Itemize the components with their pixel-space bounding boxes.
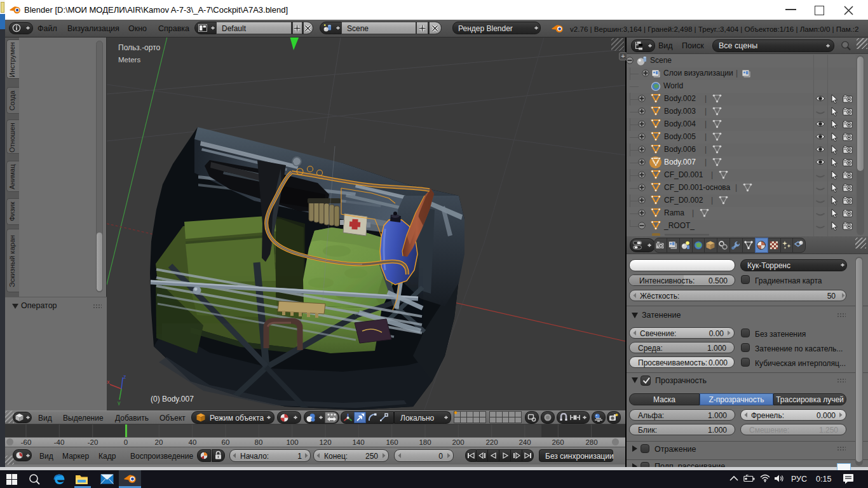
svg-text:x: x bbox=[107, 379, 110, 385]
svg-text:z: z bbox=[123, 374, 126, 380]
svg-text:y: y bbox=[118, 400, 121, 405]
